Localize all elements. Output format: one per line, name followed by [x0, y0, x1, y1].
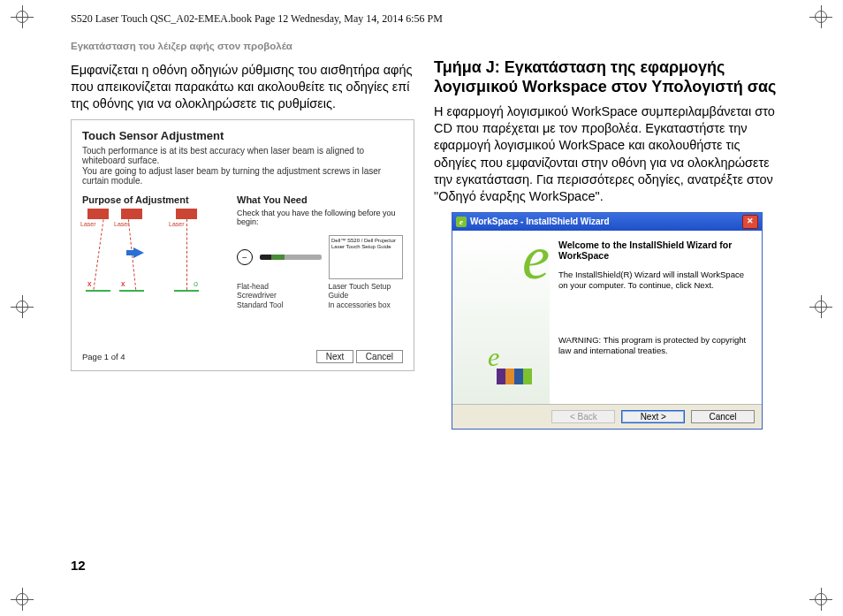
laser-diagram: Laser x Laser x Laser	[82, 209, 206, 297]
mark-x: x	[121, 279, 125, 288]
dialog-warning: WARNING: This program is protected by co…	[558, 335, 753, 356]
ss-title: Touch Sensor Adjustment	[82, 129, 403, 142]
right-paragraph: Η εφαρμογή λογισμικού WorkSpace συμπεριλ…	[434, 103, 778, 205]
ss-need-col: What You Need Check that you have the fo…	[237, 194, 403, 309]
ss-purpose-col: Purpose of Adjustment Laser x Laser x	[82, 194, 221, 309]
small-e-icon: e	[488, 342, 499, 372]
mark-x: x	[87, 279, 92, 288]
cancel-button[interactable]: Cancel	[691, 410, 755, 423]
dialog-titlebar: e WorkSpace - InstallShield Wizard ✕	[452, 213, 762, 231]
mark-o: o	[194, 279, 198, 288]
dialog-sidebar-graphic: e e	[452, 231, 550, 404]
crop-mark	[815, 300, 827, 313]
laser-label: Laser	[169, 221, 185, 227]
dialog-p1: The InstallShield(R) Wizard will install…	[558, 270, 753, 291]
minus-circle-icon: −	[237, 249, 253, 265]
guide-booklet-icon: Dell™ S520 / Dell Projector Laser Touch …	[329, 235, 403, 279]
crop-mark	[16, 300, 28, 313]
page-number: 12	[71, 558, 86, 573]
section-j-heading: Τμήμα J: Εγκατάσταση της εφαρμογής λογισ…	[434, 58, 778, 96]
left-column: Εμφανίζεται η οθόνη οδηγιών ρύθμισης του…	[71, 57, 414, 430]
ss-sub2: You are going to adjust laser beam by tu…	[82, 166, 403, 186]
tool2-caption: Laser Touch Setup Guide	[328, 283, 403, 300]
color-blocks-icon	[497, 369, 532, 384]
crop-mark	[815, 593, 827, 605]
left-paragraph: Εμφανίζεται η οθόνη οδηγιών ρύθμισης του…	[71, 62, 414, 112]
dialog-heading: Welcome to the InstallShield Wizard for …	[558, 240, 753, 261]
page-body: Εγκατάσταση του λέιζερ αφής στον προβολέ…	[71, 41, 778, 580]
tool1-caption: Flat-head Screwdriver	[237, 283, 301, 300]
laser-label: Laser	[80, 221, 96, 227]
dialog-button-bar: < Back Next > Cancel	[452, 404, 762, 429]
big-e-icon: e	[522, 236, 550, 279]
cancel-button[interactable]: Cancel	[356, 350, 403, 363]
crop-mark	[16, 593, 28, 605]
tool1-caption2: Standard Tool	[237, 301, 301, 309]
close-icon[interactable]: ✕	[742, 215, 758, 229]
crop-mark	[16, 11, 28, 23]
arrow-right-icon	[133, 247, 144, 258]
touch-sensor-screenshot: Touch Sensor Adjustment Touch performanc…	[71, 119, 414, 371]
next-button[interactable]: Next	[316, 350, 354, 363]
need-heading: What You Need	[237, 194, 403, 205]
back-button: < Back	[551, 410, 615, 423]
right-column: Τμήμα J: Εγκατάσταση της εφαρμογής λογισ…	[434, 57, 778, 430]
crop-mark	[815, 11, 827, 23]
framemaker-meta: S520 Laser Touch QSC_A02-EMEA.book Page …	[71, 12, 443, 26]
running-header: Εγκατάσταση του λέιζερ αφής στον προβολέ…	[71, 41, 778, 51]
tool2-caption2: In accessories box	[328, 301, 403, 309]
workspace-e-icon: e	[456, 217, 467, 227]
screwdriver-icon	[260, 255, 322, 260]
need-sub: Check that you have the following before…	[237, 209, 403, 226]
purpose-heading: Purpose of Adjustment	[82, 194, 221, 205]
laser-label: Laser	[114, 221, 130, 227]
next-button[interactable]: Next >	[621, 410, 685, 423]
installshield-dialog: e WorkSpace - InstallShield Wizard ✕ e e…	[452, 212, 763, 430]
ss-sub1: Touch performance is at its best accurac…	[82, 146, 403, 165]
ss-page-indicator: Page 1 of 4	[82, 352, 125, 361]
